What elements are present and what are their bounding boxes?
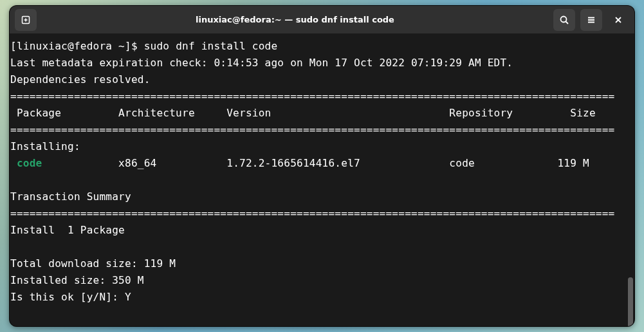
close-button[interactable]: [607, 9, 629, 31]
output-line: Transaction Summary: [10, 190, 131, 203]
prompt-user-host: linuxiac@fedora: [17, 40, 112, 52]
svg-point-3: [561, 16, 567, 22]
titlebar: linuxiac@fedora:~ — sudo dnf install cod…: [10, 6, 634, 34]
prompt-bracket: [: [10, 40, 17, 52]
scrollbar-thumb[interactable]: [628, 277, 633, 327]
output-line: Dependencies resolved.: [10, 73, 151, 86]
pkg-indent: [10, 157, 17, 169]
output-line: Last metadata expiration check: 0:14:53 …: [10, 57, 513, 69]
terminal-window: linuxiac@fedora:~ — sudo dnf install cod…: [9, 5, 635, 327]
output-rule: ========================================…: [10, 90, 614, 102]
search-button[interactable]: [553, 9, 575, 31]
new-tab-button[interactable]: [15, 9, 37, 31]
output-header: Package Architecture Version Repository …: [10, 107, 596, 119]
menu-button[interactable]: [580, 9, 602, 31]
command-text: sudo dnf install code: [144, 40, 278, 52]
svg-line-4: [566, 21, 569, 24]
window-title: linuxiac@fedora:~ — sudo dnf install cod…: [37, 15, 553, 24]
output-rule: ========================================…: [10, 124, 614, 136]
prompt-suffix: ]$: [125, 40, 144, 52]
package-name: code: [17, 157, 42, 169]
output-line: Installed size: 350 M: [10, 274, 144, 286]
output-line: Total download size: 119 M: [10, 257, 176, 270]
output-line: Install 1 Package: [10, 224, 125, 236]
output-line: Is this ok [y/N]: Y: [10, 291, 131, 303]
prompt-path: ~: [112, 40, 125, 52]
terminal-output[interactable]: [linuxiac@fedora ~]$ sudo dnf install co…: [10, 34, 634, 306]
output-rule: ========================================…: [10, 207, 614, 219]
output-line: Installing:: [10, 140, 80, 152]
package-details: x86_64 1.72.2-1665614416.el7 code 119 M: [42, 157, 589, 169]
